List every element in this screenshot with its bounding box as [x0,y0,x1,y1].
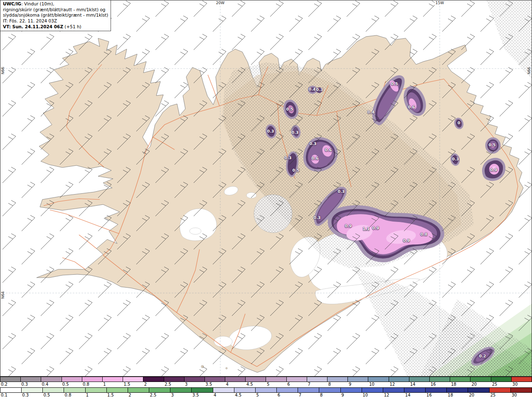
colorbar-sleet-snow-segment [21,377,41,382]
colorbar-rain-segment [86,388,107,392]
colorbar-rain-label: 7 [298,393,319,398]
colorbar-rain-label: 5 [255,393,276,398]
colorbar-sleet-snow-label: 5 [266,382,286,387]
colorbar-rain-label: 0.3 [21,393,42,398]
colorbar-rain-label: 30 [511,393,532,398]
colorbar-sleet-snow-label: 18 [450,382,470,387]
colorbar-sleet-snow-label: 2.5 [164,382,184,387]
colorbar-sleet-snow-label: 10 [368,382,389,387]
colorbar-sleet-snow-segment [123,377,143,382]
colorbar-rain-labels: 0.10.30.50.811.522.533.544.5567891012141… [0,393,532,398]
colorbar-rain-segment [107,388,128,392]
colorbar-sleet-snow-segment [164,377,185,382]
colorbar-rain-segment [298,388,319,392]
colorbar-rain-label: 14 [404,393,426,398]
colorbar-rain-segment [128,388,149,392]
colorbar-rain-segment [234,388,256,392]
colorbar-rain-label: 0.8 [64,393,85,398]
colorbar-rain-segment [256,388,277,392]
colorbar-sleet-snow-label: 25 [491,382,512,387]
colorbar-sleet-snow-label: 0.2 [0,382,20,387]
colorbar-sleet-snow-label: 0.8 [82,382,102,387]
legend-valid-time: VT: Sun. 24.11.2024 06Z (+51 h) [3,24,108,30]
colorbar-rain-segment [64,388,85,392]
valid-time-bold: VT: Sun. 24.11.2024 06Z [3,24,63,29]
colorbar-rain-segment [43,388,64,392]
colorbar-rain-label: 2 [128,393,149,398]
colorbar-sleet-snow-segment [450,377,470,382]
colorbar-rain-segment [404,388,426,392]
colorbar-sleet-snow-segment [512,377,532,382]
colorbar-sleet-snow-segment [225,377,246,382]
colorbar-sleet-snow-labels: 0.20.30.40.50.811.522.533.544.5567891012… [0,382,532,387]
colorbar-rain-label: 8 [319,393,340,398]
colorbar-sleet-snow-segment [0,377,21,382]
colorbar-sleet-snow-label: 0.5 [62,382,82,387]
colorbar-sleet-snow-segment [205,377,225,382]
colorbar-sleet-snow-segment [185,377,205,382]
colorbar-sleet-snow-label: 6 [286,382,307,387]
colorbar-sleet-snow-segment [430,377,450,382]
colorbar-area: 0.20.30.40.50.811.522.533.544.5567891012… [0,377,532,399]
iceland-weather-map: 0.40.30.50.50.60.40.30.300.30.50.60.30.3… [0,0,532,377]
colorbar-sleet-snow-label: 12 [389,382,409,387]
colorbar-sleet-snow-label: 1 [102,382,123,387]
colorbar-sleet-snow-label: 7 [307,382,328,387]
colorbar-sleet-snow-label: 4 [225,382,246,387]
colorbar-rain-segment [511,388,532,392]
colorbar-rain-segment [383,388,404,392]
colorbar-rain-segment [213,388,234,392]
colorbar-rain-segment [192,388,213,392]
colorbar-rain-label: 1.5 [106,393,128,398]
colorbar-sleet-snow-label: 30 [512,382,532,387]
colorbar-rain-label: 12 [383,393,404,398]
wind-barbs-layer [0,0,532,377]
colorbar-sleet-snow-label: 14 [409,382,430,387]
colorbar-sleet-snow-segment [348,377,368,382]
colorbar-rain-label: 25 [490,393,511,398]
colorbar-sleet-snow-segment [143,377,164,382]
colorbar-rain-band [0,387,532,393]
colorbar-sleet-snow-segment [470,377,491,382]
colorbar-sleet-snow-label: 3 [184,382,204,387]
colorbar-rain-segment [490,388,511,392]
colorbar-sleet-snow-segment [103,377,123,382]
colorbar-sleet-snow-label: 8 [328,382,348,387]
colorbar-sleet-snow-segment [409,377,430,382]
colorbar-sleet-snow-segment [266,377,286,382]
colorbar-rain-label: 18 [447,393,468,398]
colorbar-rain-label: 0.1 [0,393,21,398]
colorbar-rain-segment [319,388,340,392]
colorbar-rain-label: 4 [213,393,234,398]
colorbar-rain-label: 3 [170,393,192,398]
colorbar-sleet-snow-label: 0.3 [20,382,41,387]
colorbar-rain-segment [341,388,362,392]
colorbar-sleet-snow-segment [287,377,307,382]
legend-init-time: IT: Fös. 22. 11. 2024 03Z [3,18,108,24]
colorbar-rain-segment [468,388,489,392]
colorbar-sleet-snow-label: 2 [143,382,164,387]
colorbar-rain-segment [426,388,447,392]
valid-time-offset: (+51 h) [63,24,81,29]
colorbar-rain-label: 9 [340,393,362,398]
colorbar-sleet-snow-label: 16 [430,382,450,387]
colorbar-sleet-snow-segment [82,377,103,382]
colorbar-rain-label: 6 [277,393,298,398]
colorbar-sleet-snow-segment [62,377,82,382]
colorbar-rain-segment [362,388,383,392]
legend-line-2: rigning/skúrir (grænt/blátt/rautt - mm/1… [3,7,108,13]
colorbar-rain-segment [0,388,22,392]
weather-map-svg [0,0,532,377]
colorbar-rain-label: 4.5 [234,393,255,398]
colorbar-rain-label: 2.5 [149,393,170,398]
colorbar-sleet-snow-label: 1.5 [123,382,143,387]
model-name: UWC/IG [3,1,21,6]
colorbar-rain-segment [22,388,43,392]
colorbar-rain-label: 1 [85,393,106,398]
legend-line-1: UWC/IG: Vindur (10m), [3,1,108,7]
colorbar-rain-segment [277,388,298,392]
colorbar-sleet-snow-label: 20 [470,382,491,387]
colorbar-sleet-snow-label: 4.5 [246,382,266,387]
colorbar-sleet-snow-label: 0.4 [41,382,61,387]
colorbar-sleet-snow-segment [328,377,348,382]
